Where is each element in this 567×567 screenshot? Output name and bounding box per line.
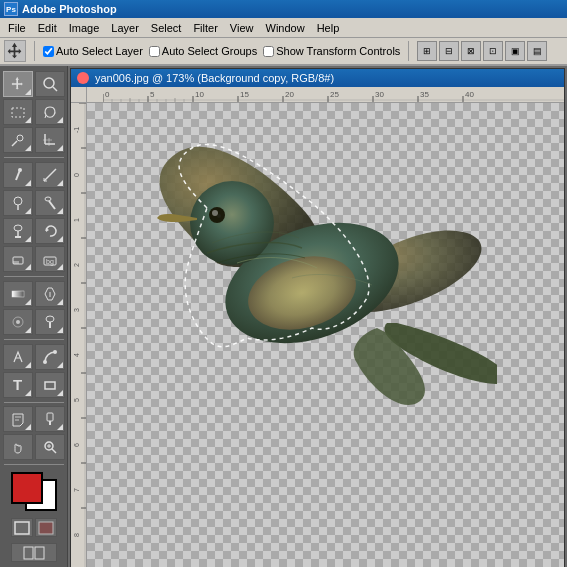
dodge-btn[interactable] bbox=[35, 309, 65, 335]
menu-image[interactable]: Image bbox=[63, 20, 106, 36]
show-transform-checkbox[interactable] bbox=[263, 46, 274, 57]
tool-row-4 bbox=[2, 161, 66, 189]
svg-line-5 bbox=[45, 115, 46, 118]
pen-btn[interactable] bbox=[3, 344, 33, 370]
zoom2-btn[interactable] bbox=[35, 434, 65, 460]
path-select-btn[interactable] bbox=[35, 344, 65, 370]
transform-icon-5[interactable]: ▣ bbox=[505, 41, 525, 61]
screen-mode-btn[interactable] bbox=[11, 543, 57, 562]
standard-mode-btn[interactable] bbox=[11, 518, 33, 537]
notes-btn[interactable] bbox=[3, 406, 33, 432]
quick-mask-btn[interactable] bbox=[35, 518, 57, 537]
svg-text:30: 30 bbox=[375, 90, 384, 99]
tool-row-10 bbox=[2, 343, 66, 371]
svg-text:7: 7 bbox=[73, 488, 80, 492]
svg-text:6: 6 bbox=[73, 443, 80, 447]
clone-stamp-btn[interactable] bbox=[3, 218, 33, 244]
menu-layer[interactable]: Layer bbox=[105, 20, 145, 36]
svg-text:4: 4 bbox=[73, 353, 80, 357]
transform-icon-3[interactable]: ⊠ bbox=[461, 41, 481, 61]
svg-text:0: 0 bbox=[105, 90, 110, 99]
transform-icon-4[interactable]: ⊡ bbox=[483, 41, 503, 61]
doc-title: yan006.jpg @ 173% (Background copy, RGB/… bbox=[95, 72, 334, 84]
menu-filter[interactable]: Filter bbox=[187, 20, 223, 36]
zoom-tool-btn[interactable] bbox=[35, 71, 65, 97]
menu-select[interactable]: Select bbox=[145, 20, 188, 36]
paint-bucket-btn[interactable] bbox=[35, 281, 65, 307]
tool-row-8 bbox=[2, 280, 66, 308]
svg-text:0: 0 bbox=[73, 173, 80, 177]
heal-brush-btn[interactable] bbox=[3, 190, 33, 216]
svg-text:3: 3 bbox=[73, 308, 80, 312]
type-btn[interactable]: T bbox=[3, 372, 33, 398]
auto-select-layer-checkbox[interactable] bbox=[43, 46, 54, 57]
menu-file[interactable]: File bbox=[2, 20, 32, 36]
left-ruler: -1 0 1 2 3 4 5 bbox=[71, 103, 87, 567]
svg-rect-49 bbox=[39, 522, 53, 534]
eyedropper-btn[interactable] bbox=[3, 162, 33, 188]
menu-window[interactable]: Window bbox=[260, 20, 311, 36]
history-btn[interactable] bbox=[35, 218, 65, 244]
svg-rect-39 bbox=[45, 382, 55, 389]
tool-sep-5 bbox=[4, 464, 64, 465]
transform-icon-1[interactable]: ⊞ bbox=[417, 41, 437, 61]
transform-icon-2[interactable]: ⊟ bbox=[439, 41, 459, 61]
tool-sep-3 bbox=[4, 339, 64, 340]
auto-select-groups-group: Auto Select Groups bbox=[149, 45, 257, 57]
svg-rect-29 bbox=[12, 291, 24, 297]
tool-row-3 bbox=[2, 126, 66, 154]
svg-line-3 bbox=[53, 87, 57, 91]
gradient-btn[interactable] bbox=[3, 281, 33, 307]
auto-select-layer-group: Auto Select Layer bbox=[43, 45, 143, 57]
foreground-color-swatch[interactable] bbox=[11, 472, 43, 504]
tool-row-2 bbox=[2, 98, 66, 126]
transform-icon-6[interactable]: ▤ bbox=[527, 41, 547, 61]
move-tool-btn[interactable] bbox=[3, 71, 33, 97]
menu-bar: File Edit Image Layer Select Filter View… bbox=[0, 18, 567, 38]
menu-view[interactable]: View bbox=[224, 20, 260, 36]
menu-edit[interactable]: Edit bbox=[32, 20, 63, 36]
marquee-tool-btn[interactable] bbox=[3, 99, 33, 125]
svg-text:bg: bg bbox=[46, 258, 54, 266]
auto-select-groups-checkbox[interactable] bbox=[149, 46, 160, 57]
tool-row-7: bg bbox=[2, 245, 66, 273]
auto-select-layer-label: Auto Select Layer bbox=[56, 45, 143, 57]
menu-help[interactable]: Help bbox=[311, 20, 346, 36]
svg-text:8: 8 bbox=[73, 533, 80, 537]
screen-mode-row bbox=[2, 542, 66, 563]
svg-point-37 bbox=[43, 360, 47, 364]
eyedropper2-btn[interactable] bbox=[35, 406, 65, 432]
brush-btn[interactable] bbox=[35, 190, 65, 216]
crop-tool-btn[interactable] bbox=[35, 127, 65, 153]
show-transform-group: Show Transform Controls bbox=[263, 45, 400, 57]
canvas-viewport[interactable] bbox=[87, 103, 564, 567]
svg-point-6 bbox=[17, 135, 23, 141]
svg-point-2 bbox=[44, 78, 54, 88]
svg-point-38 bbox=[53, 350, 57, 354]
svg-text:25: 25 bbox=[330, 90, 339, 99]
bg-eraser-btn[interactable]: bg bbox=[35, 246, 65, 272]
blur-btn[interactable] bbox=[3, 309, 33, 335]
tool-row-5 bbox=[2, 189, 66, 217]
color-boxes bbox=[11, 472, 57, 511]
magic-wand-btn[interactable] bbox=[3, 127, 33, 153]
hand-btn[interactable] bbox=[3, 434, 33, 460]
svg-text:-1: -1 bbox=[73, 127, 80, 133]
svg-point-33 bbox=[16, 320, 20, 324]
doc-close-btn[interactable] bbox=[77, 72, 89, 84]
lasso-tool-btn[interactable] bbox=[35, 99, 65, 125]
app-icon: Ps bbox=[4, 2, 18, 16]
shape-btn[interactable] bbox=[35, 372, 65, 398]
svg-rect-50 bbox=[24, 547, 33, 559]
svg-text:15: 15 bbox=[240, 90, 249, 99]
doc-title-bar: yan006.jpg @ 173% (Background copy, RGB/… bbox=[71, 69, 564, 87]
tool-sep-1 bbox=[4, 157, 64, 158]
svg-text:35: 35 bbox=[420, 90, 429, 99]
app-title: Adobe Photoshop bbox=[22, 3, 117, 15]
measure-btn[interactable] bbox=[35, 162, 65, 188]
svg-line-20 bbox=[49, 201, 55, 209]
move-tool-icon bbox=[4, 40, 26, 62]
eraser-btn[interactable] bbox=[3, 246, 33, 272]
bird-image bbox=[137, 123, 497, 423]
svg-rect-48 bbox=[15, 522, 29, 534]
